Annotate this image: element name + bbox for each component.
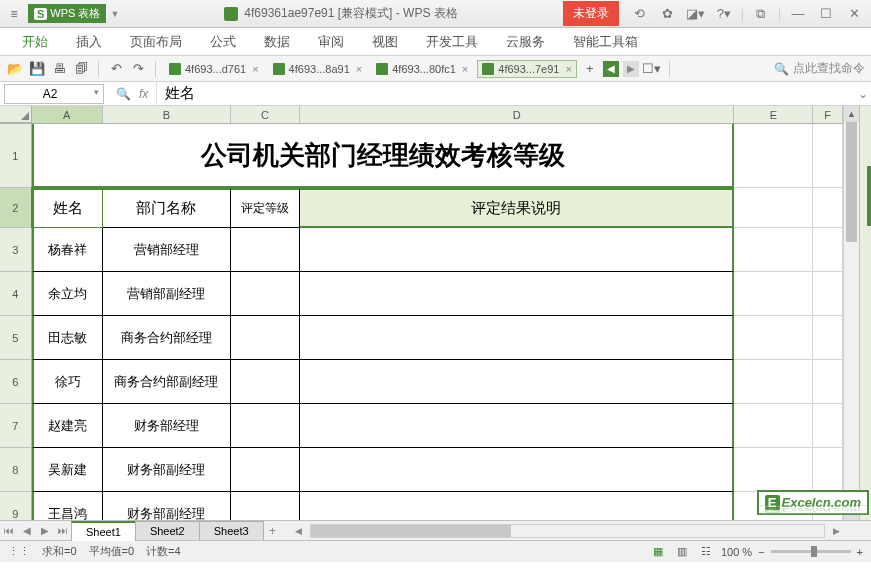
view-normal-icon[interactable]: ▦ xyxy=(649,544,667,560)
gear-icon[interactable]: ✿ xyxy=(655,3,681,25)
login-button[interactable]: 未登录 xyxy=(563,1,619,26)
cell[interactable] xyxy=(231,404,300,448)
wps-logo[interactable]: SWPS 表格 xyxy=(28,4,106,23)
col-header-d[interactable]: D xyxy=(300,106,734,123)
header-dept[interactable]: 部门名称 xyxy=(103,188,231,228)
cell-dept[interactable]: 商务合约部经理 xyxy=(103,316,231,360)
nav-right-icon[interactable]: ▶ xyxy=(623,61,639,77)
close-tab-icon[interactable]: × xyxy=(462,63,468,75)
cell[interactable] xyxy=(813,272,843,316)
sheet-prev-icon[interactable]: ◀ xyxy=(18,522,36,540)
cell[interactable] xyxy=(734,316,813,360)
cell-name[interactable]: 田志敏 xyxy=(32,316,103,360)
cell[interactable] xyxy=(813,316,843,360)
cell[interactable] xyxy=(231,448,300,492)
view-break-icon[interactable]: ☷ xyxy=(697,544,715,560)
grid-body[interactable]: 1 公司机关部门经理绩效考核等级 2 姓名 部门名称 评定等级 评定结果说明 3… xyxy=(0,124,843,520)
ribbon-tab-view[interactable]: 视图 xyxy=(358,28,412,56)
ribbon-tab-formula[interactable]: 公式 xyxy=(196,28,250,56)
restore-down-icon[interactable]: ⧉ xyxy=(748,3,774,25)
row-header[interactable]: 3 xyxy=(0,228,32,272)
cell-dept[interactable]: 商务合约部副经理 xyxy=(103,360,231,404)
save-icon[interactable]: 💾 xyxy=(28,60,46,78)
doc-tab-4[interactable]: 4f693...7e91× xyxy=(477,60,577,78)
row-header[interactable]: 6 xyxy=(0,360,32,404)
cell[interactable] xyxy=(231,228,300,272)
close-tab-icon[interactable]: × xyxy=(565,63,571,75)
zoom-in-icon[interactable]: + xyxy=(857,546,863,558)
ribbon-tab-review[interactable]: 审阅 xyxy=(304,28,358,56)
scroll-thumb[interactable] xyxy=(846,122,857,242)
row-header[interactable]: 1 xyxy=(0,124,32,188)
horizontal-scrollbar[interactable] xyxy=(310,524,825,538)
cancel-icon[interactable]: 🔍 xyxy=(116,87,131,101)
title-cell[interactable]: 公司机关部门经理绩效考核等级 xyxy=(32,124,735,188)
open-icon[interactable]: 📂 xyxy=(6,60,24,78)
menu-dots-icon[interactable]: ⋮⋮ xyxy=(8,545,30,558)
scroll-up-icon[interactable]: ▲ xyxy=(844,106,859,122)
doc-tab-2[interactable]: 4f693...8a91× xyxy=(268,60,368,78)
row-header[interactable]: 2 xyxy=(0,188,32,228)
cell[interactable] xyxy=(300,448,734,492)
doc-tab-3[interactable]: 4f693...80fc1× xyxy=(371,60,473,78)
cell[interactable] xyxy=(813,188,843,228)
row-header[interactable]: 7 xyxy=(0,404,32,448)
vertical-scrollbar[interactable]: ▲ ▼ xyxy=(843,106,859,520)
zoom-out-icon[interactable]: − xyxy=(758,546,764,558)
cell[interactable] xyxy=(300,404,734,448)
window-list-icon[interactable]: ☐▾ xyxy=(643,60,661,78)
caret-down-icon[interactable]: ▼ xyxy=(110,9,119,19)
close-tab-icon[interactable]: × xyxy=(356,63,362,75)
header-desc[interactable]: 评定结果说明 xyxy=(300,188,734,228)
zoom-slider[interactable] xyxy=(771,550,851,553)
cell-name[interactable]: 吴新建 xyxy=(32,448,103,492)
cell[interactable] xyxy=(300,360,734,404)
cell-name[interactable]: 王昌鸿 xyxy=(32,492,103,520)
name-box[interactable]: A2 xyxy=(4,84,104,104)
cell[interactable] xyxy=(231,360,300,404)
ribbon-tab-insert[interactable]: 插入 xyxy=(62,28,116,56)
menu-icon[interactable]: ≡ xyxy=(0,0,28,28)
minimize-button[interactable]: — xyxy=(785,3,811,25)
formula-input[interactable]: 姓名 xyxy=(156,81,855,106)
cell[interactable] xyxy=(734,188,813,228)
zoom-value[interactable]: 100 % xyxy=(721,546,752,558)
ribbon-tab-data[interactable]: 数据 xyxy=(250,28,304,56)
preview-icon[interactable]: 🗐 xyxy=(72,60,90,78)
help-icon[interactable]: ?▾ xyxy=(711,3,737,25)
col-header-e[interactable]: E xyxy=(734,106,813,123)
cell[interactable] xyxy=(231,492,300,520)
row-header[interactable]: 5 xyxy=(0,316,32,360)
select-all-corner[interactable] xyxy=(0,106,32,123)
search-command[interactable]: 🔍 点此查找命令 xyxy=(774,60,865,77)
ribbon-tab-layout[interactable]: 页面布局 xyxy=(116,28,196,56)
cell[interactable] xyxy=(231,316,300,360)
col-header-b[interactable]: B xyxy=(103,106,231,123)
col-header-c[interactable]: C xyxy=(231,106,300,123)
col-header-a[interactable]: A xyxy=(32,106,103,123)
undo-icon[interactable]: ↶ xyxy=(107,60,125,78)
header-name[interactable]: 姓名 xyxy=(32,188,103,228)
ribbon-tab-smart[interactable]: 智能工具箱 xyxy=(559,28,652,56)
row-header[interactable]: 4 xyxy=(0,272,32,316)
cell[interactable] xyxy=(734,448,813,492)
cell[interactable] xyxy=(813,360,843,404)
skin-icon[interactable]: ◪▾ xyxy=(683,3,709,25)
cell[interactable] xyxy=(231,272,300,316)
row-header[interactable]: 8 xyxy=(0,448,32,492)
sync-icon[interactable]: ⟲ xyxy=(627,3,653,25)
sheet-tab-1[interactable]: Sheet1 xyxy=(71,521,136,541)
print-icon[interactable]: 🖶 xyxy=(50,60,68,78)
cell-dept[interactable]: 财务部副经理 xyxy=(103,492,231,520)
hscroll-left-icon[interactable]: ◀ xyxy=(292,526,306,536)
cell-dept[interactable]: 营销部经理 xyxy=(103,228,231,272)
cell[interactable] xyxy=(734,404,813,448)
cell[interactable] xyxy=(300,228,734,272)
cell-dept[interactable]: 营销部副经理 xyxy=(103,272,231,316)
cell[interactable] xyxy=(813,124,843,188)
col-header-f[interactable]: F xyxy=(813,106,843,123)
fx-icon[interactable]: fx xyxy=(139,87,148,101)
header-grade[interactable]: 评定等级 xyxy=(231,188,300,228)
sheet-tab-3[interactable]: Sheet3 xyxy=(199,521,264,540)
cell-dept[interactable]: 财务部副经理 xyxy=(103,448,231,492)
